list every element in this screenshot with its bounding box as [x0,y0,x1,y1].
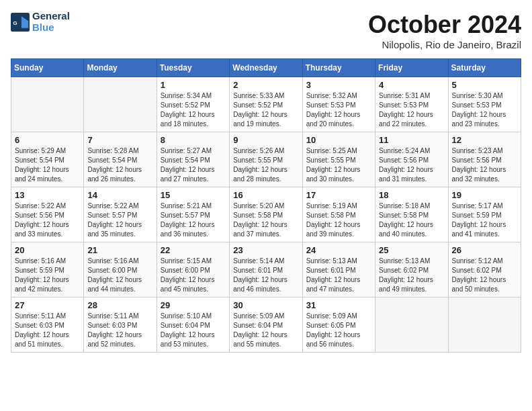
day-info: Sunrise: 5:30 AMSunset: 5:53 PMDaylight:… [452,91,517,129]
weekday-header-sunday: Sunday [11,59,84,77]
day-info: Sunrise: 5:22 AMSunset: 5:57 PMDaylight:… [87,201,152,239]
day-info: Sunrise: 5:34 AMSunset: 5:52 PMDaylight:… [161,91,226,129]
calendar-cell: 25Sunrise: 5:13 AMSunset: 6:02 PMDayligh… [375,242,448,298]
week-row-4: 20Sunrise: 5:16 AMSunset: 5:59 PMDayligh… [11,242,521,298]
day-number: 27 [15,300,80,310]
calendar-cell: 17Sunrise: 5:19 AMSunset: 5:58 PMDayligh… [302,187,375,242]
location: Nilopolis, Rio de Janeiro, Brazil [368,39,521,50]
calendar-cell: 23Sunrise: 5:14 AMSunset: 6:01 PMDayligh… [230,242,302,298]
day-info: Sunrise: 5:31 AMSunset: 5:53 PMDaylight:… [379,91,444,129]
day-number: 17 [306,190,371,200]
calendar-cell [448,298,521,353]
calendar-cell: 16Sunrise: 5:20 AMSunset: 5:58 PMDayligh… [230,187,302,242]
day-info: Sunrise: 5:13 AMSunset: 6:02 PMDaylight:… [379,257,444,294]
day-info: Sunrise: 5:13 AMSunset: 6:01 PMDaylight:… [306,257,371,294]
title-block: October 2024 Nilopolis, Rio de Janeiro, … [368,11,521,50]
page-header: G General Blue October 2024 Nilopolis, R… [11,11,521,50]
calendar-cell: 2Sunrise: 5:33 AMSunset: 5:52 PMDaylight… [230,77,302,132]
weekday-header-thursday: Thursday [302,59,375,77]
week-row-1: 1Sunrise: 5:34 AMSunset: 5:52 PMDaylight… [11,77,521,132]
day-info: Sunrise: 5:10 AMSunset: 6:04 PMDaylight:… [161,312,226,349]
day-info: Sunrise: 5:25 AMSunset: 5:55 PMDaylight:… [306,146,371,184]
calendar-cell: 10Sunrise: 5:25 AMSunset: 5:55 PMDayligh… [302,132,375,187]
weekday-header-row: SundayMondayTuesdayWednesdayThursdayFrid… [11,59,521,77]
day-number: 7 [87,135,152,145]
calendar-cell: 18Sunrise: 5:18 AMSunset: 5:58 PMDayligh… [375,187,448,242]
calendar-cell: 27Sunrise: 5:11 AMSunset: 6:03 PMDayligh… [11,298,84,353]
day-number: 23 [233,245,298,255]
day-info: Sunrise: 5:19 AMSunset: 5:58 PMDaylight:… [306,201,371,239]
day-info: Sunrise: 5:27 AMSunset: 5:54 PMDaylight:… [161,146,226,184]
day-number: 15 [161,190,226,200]
day-number: 3 [306,80,371,90]
day-number: 24 [306,245,371,255]
day-info: Sunrise: 5:16 AMSunset: 6:00 PMDaylight:… [87,257,152,294]
day-number: 19 [452,190,517,200]
day-info: Sunrise: 5:24 AMSunset: 5:56 PMDaylight:… [379,146,444,184]
calendar-cell: 20Sunrise: 5:16 AMSunset: 5:59 PMDayligh… [11,242,84,298]
day-number: 10 [306,135,371,145]
calendar-cell: 11Sunrise: 5:24 AMSunset: 5:56 PMDayligh… [375,132,448,187]
logo: G General Blue [11,11,70,33]
week-row-5: 27Sunrise: 5:11 AMSunset: 6:03 PMDayligh… [11,298,521,353]
calendar-cell: 31Sunrise: 5:09 AMSunset: 6:05 PMDayligh… [302,298,375,353]
day-info: Sunrise: 5:12 AMSunset: 6:02 PMDaylight:… [452,257,517,294]
day-number: 30 [233,300,298,310]
calendar-cell: 9Sunrise: 5:26 AMSunset: 5:55 PMDaylight… [230,132,302,187]
day-number: 29 [161,300,226,310]
day-number: 31 [306,300,371,310]
day-info: Sunrise: 5:22 AMSunset: 5:56 PMDaylight:… [15,201,80,239]
weekday-header-monday: Monday [84,59,157,77]
weekday-header-saturday: Saturday [448,59,521,77]
calendar-cell: 28Sunrise: 5:11 AMSunset: 6:03 PMDayligh… [84,298,157,353]
day-info: Sunrise: 5:17 AMSunset: 5:59 PMDaylight:… [452,201,517,239]
month-title: October 2024 [368,11,521,39]
calendar-cell: 6Sunrise: 5:29 AMSunset: 5:54 PMDaylight… [11,132,84,187]
calendar-cell: 30Sunrise: 5:09 AMSunset: 6:04 PMDayligh… [230,298,302,353]
day-info: Sunrise: 5:09 AMSunset: 6:04 PMDaylight:… [233,312,298,349]
day-info: Sunrise: 5:14 AMSunset: 6:01 PMDaylight:… [233,257,298,294]
day-number: 25 [379,245,444,255]
day-info: Sunrise: 5:20 AMSunset: 5:58 PMDaylight:… [233,201,298,239]
weekday-header-wednesday: Wednesday [230,59,302,77]
calendar-cell [375,298,448,353]
calendar-cell: 13Sunrise: 5:22 AMSunset: 5:56 PMDayligh… [11,187,84,242]
calendar-cell: 8Sunrise: 5:27 AMSunset: 5:54 PMDaylight… [157,132,229,187]
weekday-header-tuesday: Tuesday [157,59,229,77]
day-number: 2 [233,80,298,90]
calendar-cell: 1Sunrise: 5:34 AMSunset: 5:52 PMDaylight… [157,77,229,132]
day-number: 16 [233,190,298,200]
day-number: 28 [87,300,152,310]
day-number: 6 [15,135,80,145]
day-info: Sunrise: 5:18 AMSunset: 5:58 PMDaylight:… [379,201,444,239]
calendar-cell: 15Sunrise: 5:21 AMSunset: 5:57 PMDayligh… [157,187,229,242]
day-number: 13 [15,190,80,200]
day-number: 4 [379,80,444,90]
day-info: Sunrise: 5:11 AMSunset: 6:03 PMDaylight:… [15,312,80,349]
day-info: Sunrise: 5:26 AMSunset: 5:55 PMDaylight:… [233,146,298,184]
week-row-2: 6Sunrise: 5:29 AMSunset: 5:54 PMDaylight… [11,132,521,187]
day-info: Sunrise: 5:09 AMSunset: 6:05 PMDaylight:… [306,312,371,349]
calendar-cell: 24Sunrise: 5:13 AMSunset: 6:01 PMDayligh… [302,242,375,298]
svg-text:G: G [13,19,17,26]
day-number: 9 [233,135,298,145]
day-info: Sunrise: 5:29 AMSunset: 5:54 PMDaylight:… [15,146,80,184]
calendar-cell: 22Sunrise: 5:15 AMSunset: 6:00 PMDayligh… [157,242,229,298]
calendar-cell: 19Sunrise: 5:17 AMSunset: 5:59 PMDayligh… [448,187,521,242]
calendar-cell [84,77,157,132]
calendar-cell: 5Sunrise: 5:30 AMSunset: 5:53 PMDaylight… [448,77,521,132]
day-info: Sunrise: 5:33 AMSunset: 5:52 PMDaylight:… [233,91,298,129]
calendar-cell [11,77,84,132]
weekday-header-friday: Friday [375,59,448,77]
day-number: 21 [87,245,152,255]
logo-text: General Blue [32,11,70,33]
day-info: Sunrise: 5:21 AMSunset: 5:57 PMDaylight:… [161,201,226,239]
calendar-cell: 7Sunrise: 5:28 AMSunset: 5:54 PMDaylight… [84,132,157,187]
logo-icon: G [11,13,30,32]
day-number: 12 [452,135,517,145]
day-number: 14 [87,190,152,200]
day-number: 18 [379,190,444,200]
day-info: Sunrise: 5:32 AMSunset: 5:53 PMDaylight:… [306,91,371,129]
week-row-3: 13Sunrise: 5:22 AMSunset: 5:56 PMDayligh… [11,187,521,242]
calendar-cell: 21Sunrise: 5:16 AMSunset: 6:00 PMDayligh… [84,242,157,298]
